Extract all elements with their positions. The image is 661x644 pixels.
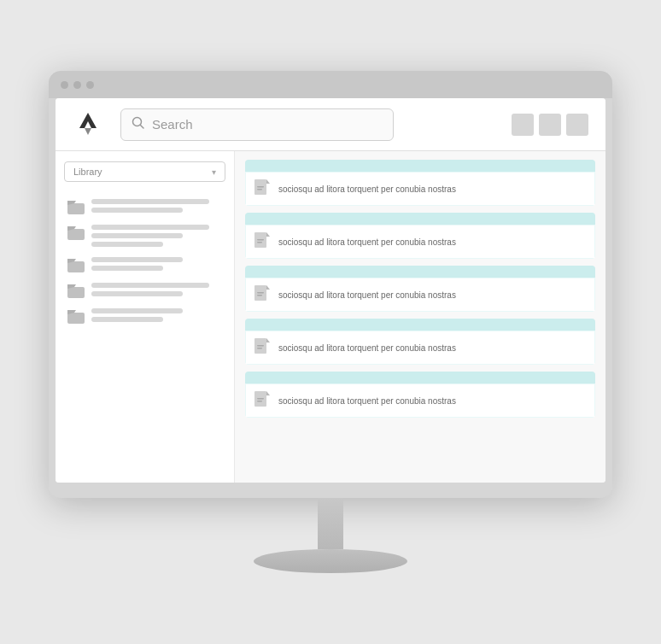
- result-text: sociosqu ad litora torquent per conubia …: [278, 396, 456, 406]
- svg-rect-17: [257, 295, 262, 296]
- sidebar-item-lines: [91, 225, 222, 247]
- result-row: sociosqu ad litora torquent per conubia …: [245, 278, 595, 312]
- sidebar-item[interactable]: [64, 194, 225, 220]
- folder-icon: [67, 310, 85, 324]
- sidebar-line: [91, 308, 183, 313]
- sidebar-line: [91, 317, 163, 322]
- result-highlight: [245, 319, 595, 331]
- screen-area: Search Library ▾: [56, 98, 605, 483]
- folder-icon: [67, 284, 85, 298]
- sidebar-line: [91, 242, 163, 247]
- file-icon: [254, 391, 270, 410]
- library-dropdown[interactable]: Library ▾: [64, 161, 225, 182]
- result-highlight: [245, 266, 595, 278]
- header-actions: [512, 114, 588, 136]
- svg-rect-14: [257, 242, 262, 243]
- search-placeholder: Search: [152, 117, 193, 132]
- sidebar-item[interactable]: [64, 278, 225, 303]
- title-dot-3: [86, 81, 94, 89]
- sidebar-line: [91, 257, 183, 262]
- svg-rect-6: [67, 261, 85, 272]
- sidebar-item-lines: [91, 283, 222, 296]
- svg-rect-23: [257, 401, 262, 402]
- folder-icon: [67, 226, 85, 240]
- result-row: sociosqu ad litora torquent per conubia …: [245, 383, 595, 418]
- result-highlight: [245, 372, 595, 383]
- svg-rect-22: [257, 398, 264, 400]
- svg-rect-13: [257, 239, 264, 241]
- title-dot-2: [73, 81, 81, 89]
- monitor-wrapper: Search Library ▾: [49, 71, 612, 573]
- sidebar-line: [91, 208, 183, 213]
- file-icon: [254, 179, 270, 198]
- chevron-down-icon: ▾: [212, 167, 216, 177]
- sidebar-item[interactable]: [64, 303, 225, 329]
- svg-rect-5: [67, 229, 85, 240]
- sidebar-item[interactable]: [64, 252, 225, 278]
- folder-icon: [67, 259, 85, 272]
- sidebar-line: [91, 199, 209, 204]
- search-bar[interactable]: Search: [120, 108, 394, 141]
- sidebar-item-lines: [91, 199, 222, 213]
- monitor-neck: [318, 498, 343, 549]
- svg-rect-7: [67, 287, 85, 298]
- svg-rect-20: [257, 348, 262, 349]
- svg-rect-4: [67, 203, 85, 214]
- app-body: Library ▾: [56, 151, 605, 483]
- result-highlight: [245, 160, 595, 172]
- app-logo: [73, 109, 103, 140]
- file-icon: [254, 285, 270, 304]
- view-grid-button[interactable]: [512, 114, 534, 136]
- title-dot-1: [61, 81, 68, 89]
- file-icon: [254, 232, 270, 251]
- result-highlight: [245, 213, 595, 225]
- monitor-base: [254, 549, 407, 573]
- result-row: sociosqu ad litora torquent per conubia …: [245, 331, 595, 365]
- svg-marker-1: [85, 128, 91, 135]
- monitor-bezel: Search Library ▾: [49, 71, 612, 498]
- result-row: sociosqu ad litora torquent per conubia …: [245, 172, 595, 206]
- svg-marker-0: [79, 113, 97, 128]
- result-item[interactable]: sociosqu ad litora torquent per conubia …: [245, 266, 595, 312]
- folder-icon: [67, 201, 85, 214]
- sidebar-line: [91, 283, 209, 288]
- search-icon: [132, 116, 145, 133]
- view-list-button[interactable]: [539, 114, 561, 136]
- result-text: sociosqu ad litora torquent per conubia …: [278, 343, 456, 353]
- sidebar: Library ▾: [56, 151, 235, 483]
- sidebar-line: [91, 291, 183, 296]
- library-dropdown-label: Library: [73, 167, 102, 177]
- title-bar: [49, 71, 612, 98]
- svg-rect-19: [257, 345, 264, 347]
- sidebar-item-lines: [91, 257, 222, 271]
- result-item[interactable]: sociosqu ad litora torquent per conubia …: [245, 160, 595, 206]
- sidebar-line: [91, 266, 163, 271]
- svg-rect-8: [67, 313, 85, 324]
- svg-line-3: [141, 125, 144, 128]
- result-text: sociosqu ad litora torquent per conubia …: [278, 237, 456, 247]
- sidebar-line: [91, 233, 183, 238]
- settings-button[interactable]: [566, 114, 588, 136]
- result-text: sociosqu ad litora torquent per conubia …: [278, 184, 456, 194]
- sidebar-item-lines: [91, 308, 222, 322]
- result-item[interactable]: sociosqu ad litora torquent per conubia …: [245, 213, 595, 259]
- content-area: sociosqu ad litora torquent per conubia …: [235, 151, 605, 483]
- svg-rect-16: [257, 292, 264, 294]
- result-text: sociosqu ad litora torquent per conubia …: [278, 290, 456, 300]
- result-row: sociosqu ad litora torquent per conubia …: [245, 225, 595, 259]
- result-item[interactable]: sociosqu ad litora torquent per conubia …: [245, 372, 595, 418]
- sidebar-line: [91, 225, 209, 230]
- app-header: Search: [56, 98, 605, 151]
- file-icon: [254, 338, 270, 357]
- sidebar-item[interactable]: [64, 220, 225, 252]
- result-item[interactable]: sociosqu ad litora torquent per conubia …: [245, 319, 595, 365]
- svg-rect-10: [257, 186, 264, 188]
- svg-rect-11: [257, 189, 262, 190]
